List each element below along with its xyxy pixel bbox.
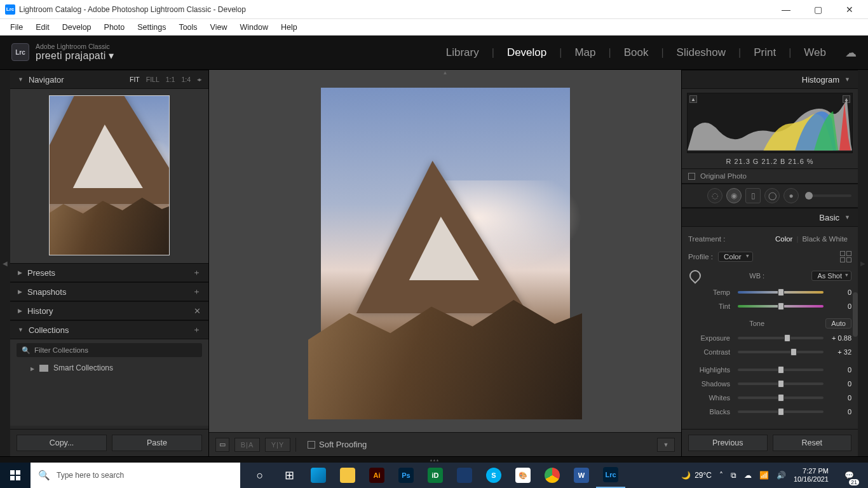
menu-window[interactable]: Window: [233, 20, 274, 34]
presets-add-icon[interactable]: ＋: [193, 267, 201, 278]
taskbar-app-paint[interactable]: 🎨: [508, 463, 538, 488]
collections-add-icon[interactable]: ＋: [193, 324, 201, 336]
temp-value[interactable]: 0: [827, 288, 851, 296]
tray-cloud-icon[interactable]: ☁: [744, 471, 752, 480]
profile-dropdown[interactable]: Color: [718, 252, 753, 262]
module-book[interactable]: Book: [614, 46, 659, 59]
cortana-icon[interactable]: ○: [245, 463, 275, 488]
taskbar-app-generic1[interactable]: [450, 463, 479, 488]
zoom-1to1[interactable]: 1:1: [166, 76, 175, 83]
action-center-icon[interactable]: 💬21: [836, 463, 862, 488]
tint-value[interactable]: 0: [827, 302, 851, 310]
zoom-stepper[interactable]: ◂▸: [197, 76, 201, 83]
exposure-slider[interactable]: [738, 337, 824, 339]
blacks-value[interactable]: 0: [827, 408, 851, 416]
taskbar-app-skype[interactable]: S: [479, 463, 508, 488]
module-map[interactable]: Map: [564, 46, 606, 59]
navigator-thumbnail[interactable]: [49, 95, 170, 255]
whites-slider[interactable]: [738, 396, 824, 399]
wb-preset-dropdown[interactable]: As Shot: [811, 271, 851, 281]
taskbar-app-edge[interactable]: [304, 463, 333, 488]
taskbar-app-lightroom[interactable]: Lrc: [596, 463, 625, 488]
menu-photo[interactable]: Photo: [98, 20, 132, 34]
history-clear-icon[interactable]: ✕: [194, 306, 201, 316]
basic-header[interactable]: Basic: [682, 208, 858, 227]
snapshots-header[interactable]: Snapshots ＋: [10, 282, 208, 301]
tray-volume-icon[interactable]: 🔊: [776, 471, 786, 480]
history-header[interactable]: History ✕: [10, 301, 208, 320]
task-view-icon[interactable]: ⊞: [275, 463, 304, 488]
redeye-tool[interactable]: ◉: [726, 188, 742, 203]
taskbar-app-word[interactable]: W: [567, 463, 596, 488]
right-rail-collapse[interactable]: ▶: [858, 70, 868, 456]
paste-button[interactable]: Paste: [112, 435, 202, 451]
blacks-slider[interactable]: [738, 410, 824, 413]
profile-browser-icon[interactable]: [840, 251, 851, 262]
whites-value[interactable]: 0: [827, 394, 851, 402]
taskbar-search[interactable]: 🔍 Type here to search: [31, 463, 240, 488]
left-rail-collapse[interactable]: ◀: [0, 70, 10, 456]
wb-eyedropper-tool[interactable]: [688, 269, 702, 283]
menu-view[interactable]: View: [204, 20, 234, 34]
tray-chevron-icon[interactable]: ˄: [719, 471, 723, 480]
shadows-value[interactable]: 0: [827, 380, 851, 388]
module-library[interactable]: Library: [436, 46, 489, 59]
menu-help[interactable]: Help: [275, 20, 304, 34]
taskbar-clock[interactable]: 7:27 PM 10/16/2021: [794, 467, 829, 483]
zoom-fill[interactable]: FILL: [146, 76, 159, 83]
highlights-value[interactable]: 0: [827, 366, 851, 374]
crop-tool[interactable]: [688, 188, 703, 203]
previous-button[interactable]: Previous: [688, 435, 768, 451]
menu-settings[interactable]: Settings: [131, 20, 172, 34]
treatment-color[interactable]: Color: [771, 235, 796, 243]
right-panel-scrollbar[interactable]: [853, 292, 858, 337]
window-maximize[interactable]: ▢: [808, 4, 827, 15]
histogram-header[interactable]: Histogram: [682, 70, 858, 89]
taskbar-app-corel[interactable]: iD: [421, 463, 450, 488]
menu-file[interactable]: File: [4, 20, 29, 34]
exposure-value[interactable]: + 0.88: [827, 334, 851, 342]
cloud-sync-icon[interactable]: ☁: [845, 46, 857, 60]
tray-meet-now-icon[interactable]: ⧉: [731, 471, 736, 480]
spot-removal-tool[interactable]: ◌: [707, 188, 722, 203]
smart-collections-item[interactable]: Smart Collections: [17, 361, 202, 375]
before-after-lr-button[interactable]: B|A: [234, 438, 260, 452]
module-print[interactable]: Print: [743, 46, 786, 59]
taskbar-app-explorer[interactable]: [333, 463, 362, 488]
graduated-filter-tool[interactable]: ▯: [745, 188, 761, 203]
taskbar-app-illustrator[interactable]: Ai: [362, 463, 391, 488]
presets-header[interactable]: Presets ＋: [10, 263, 208, 282]
soft-proofing-toggle[interactable]: Soft Proofing: [308, 440, 367, 449]
before-after-tb-button[interactable]: Y|Y: [265, 438, 290, 452]
filmstrip-collapse[interactable]: [0, 456, 868, 463]
module-develop[interactable]: Develop: [497, 46, 557, 59]
adjustment-brush-tool[interactable]: ●: [783, 188, 799, 203]
module-web[interactable]: Web: [794, 46, 836, 59]
temp-slider[interactable]: [738, 291, 824, 294]
menu-tools[interactable]: Tools: [172, 20, 203, 34]
window-minimize[interactable]: —: [776, 4, 796, 15]
shadows-slider[interactable]: [738, 383, 824, 385]
preview-image[interactable]: [321, 88, 570, 419]
taskbar-app-chrome[interactable]: [538, 463, 567, 488]
tray-wifi-icon[interactable]: 📶: [759, 471, 769, 480]
treatment-bw[interactable]: Black & White: [798, 235, 851, 243]
navigator-header[interactable]: Navigator FIT FILL 1:1 1:4 ◂▸: [10, 70, 208, 89]
taskbar-weather[interactable]: 🌙29°C: [681, 471, 712, 480]
loupe-view-button[interactable]: ▭: [215, 438, 229, 452]
identity-user[interactable]: preeti prajapati ▾: [36, 50, 114, 62]
snapshots-add-icon[interactable]: ＋: [193, 286, 201, 297]
collections-filter-input[interactable]: 🔍 Filter Collections: [17, 343, 202, 357]
menu-develop[interactable]: Develop: [56, 20, 98, 34]
tool-amount-slider[interactable]: [805, 194, 851, 197]
reset-button[interactable]: Reset: [773, 435, 852, 451]
zoom-fit[interactable]: FIT: [130, 76, 140, 83]
module-slideshow[interactable]: Slideshow: [667, 46, 736, 59]
zoom-ratio[interactable]: 1:4: [181, 76, 191, 83]
contrast-slider[interactable]: [738, 351, 824, 353]
collections-header[interactable]: Collections ＋: [10, 320, 208, 339]
window-close[interactable]: ✕: [840, 4, 859, 15]
tone-auto-button[interactable]: Auto: [825, 318, 851, 329]
menu-edit[interactable]: Edit: [29, 20, 56, 34]
radial-filter-tool[interactable]: ◯: [764, 188, 780, 203]
